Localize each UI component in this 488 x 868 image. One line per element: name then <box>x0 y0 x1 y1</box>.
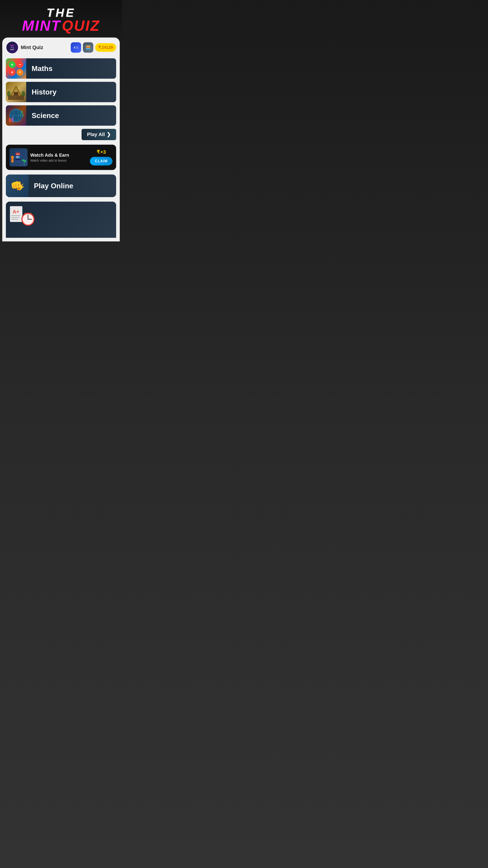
logo-mint: MINT <box>22 18 61 34</box>
science-image <box>6 105 26 126</box>
svg-point-40 <box>24 160 26 162</box>
app-logo-quiz-text: QUIZ <box>10 49 14 50</box>
minus-symbol: − <box>17 61 23 68</box>
svg-text:A: A <box>74 46 75 49</box>
category-science[interactable]: Science <box>6 105 116 126</box>
divide-symbol: ÷ <box>17 69 23 76</box>
app-logo: MINT ✦✦ QUIZ <box>6 41 19 54</box>
logo-quiz: QUIZ <box>62 18 100 34</box>
svg-rect-17 <box>86 49 90 49</box>
svg-point-36 <box>11 156 14 159</box>
play-all-button[interactable]: Play All ❯ <box>82 129 116 140</box>
store-button[interactable] <box>83 42 93 53</box>
svg-point-22 <box>7 91 11 96</box>
play-all-row: Play All ❯ <box>6 129 116 140</box>
science-label-text: Science <box>32 112 59 120</box>
play-all-arrow: ❯ <box>107 131 111 137</box>
svg-point-53 <box>30 213 32 215</box>
history-image <box>6 82 26 102</box>
maths-label-text: Maths <box>32 64 53 73</box>
logo-section: THE MINT QUIZ <box>0 0 122 37</box>
svg-rect-16 <box>86 47 90 48</box>
plus-symbol: + <box>9 61 15 68</box>
bottom-card-icon: A+ <box>8 204 35 231</box>
ads-illustration: Ads <box>9 148 28 166</box>
ads-card: Ads Watch Ads & Ea <box>6 145 116 170</box>
play-all-label: Play All <box>87 131 105 137</box>
history-label-text: History <box>32 88 57 96</box>
svg-point-52 <box>24 213 26 215</box>
ads-right: ₹ +3 CLAIM <box>90 149 112 165</box>
logo-the: THE <box>4 7 118 19</box>
svg-text:Ads: Ads <box>17 153 19 155</box>
claim-button[interactable]: CLAIM <box>90 157 112 165</box>
bonus-rupee: ₹ <box>97 149 100 155</box>
category-maths[interactable]: + − × ÷ Maths <box>6 58 116 79</box>
svg-rect-27 <box>9 118 11 122</box>
history-icon <box>6 82 26 102</box>
science-icon <box>6 105 26 126</box>
times-symbol: × <box>9 69 15 76</box>
play-online-label: Play Online <box>29 182 73 190</box>
ads-bonus: ₹ +3 <box>97 149 106 155</box>
play-online-icon: 👊 ⚡ <box>6 175 29 197</box>
bonus-amount: +3 <box>100 149 106 155</box>
category-history[interactable]: History <box>6 82 116 102</box>
svg-rect-18 <box>8 95 24 100</box>
svg-rect-15 <box>86 46 90 46</box>
ads-subtitle: Watch video ads to bonus <box>30 159 87 162</box>
ads-title: Watch Ads & Earn <box>30 153 87 158</box>
play-online-card[interactable]: 👊 ⚡ Play Online <box>6 175 116 197</box>
coin-amount: 24139 <box>102 45 113 50</box>
svg-text:A+: A+ <box>13 209 19 215</box>
maths-label-bg: Maths <box>26 58 116 79</box>
main-card: 🏛️ 📚 📐 ⌛ 🎓 🔬 💡 📊 🎯 ⚗️ 📜 🌍 🎲 <box>2 37 120 241</box>
svg-point-23 <box>22 91 25 96</box>
maths-symbols-grid: + − × ÷ <box>7 60 25 77</box>
svg-text:文: 文 <box>76 46 78 49</box>
rupee-symbol: ₹ <box>98 45 101 50</box>
svg-text:⚡: ⚡ <box>18 183 25 191</box>
app-title: Mint Quiz <box>21 44 68 51</box>
translate-button[interactable]: A 文 <box>71 42 81 53</box>
ads-content: Watch Ads & Earn Watch video ads to bonu… <box>30 153 87 162</box>
main-card-content: MINT ✦✦ QUIZ Mint Quiz A 文 <box>6 41 116 238</box>
svg-rect-37 <box>11 159 13 162</box>
svg-rect-21 <box>14 92 18 95</box>
top-bar: MINT ✦✦ QUIZ Mint Quiz A 文 <box>6 41 116 54</box>
logo-line2: MINT QUIZ <box>4 19 118 33</box>
bottom-card-partial: A+ <box>6 202 116 238</box>
history-label-bg: History <box>26 82 116 102</box>
coin-badge: ₹ 24139 <box>95 43 116 52</box>
maths-icon: + − × ÷ <box>6 58 26 79</box>
science-label-bg: Science <box>26 105 116 126</box>
top-bar-icons: A 文 ₹ 24139 <box>71 42 116 53</box>
svg-rect-28 <box>11 117 13 122</box>
